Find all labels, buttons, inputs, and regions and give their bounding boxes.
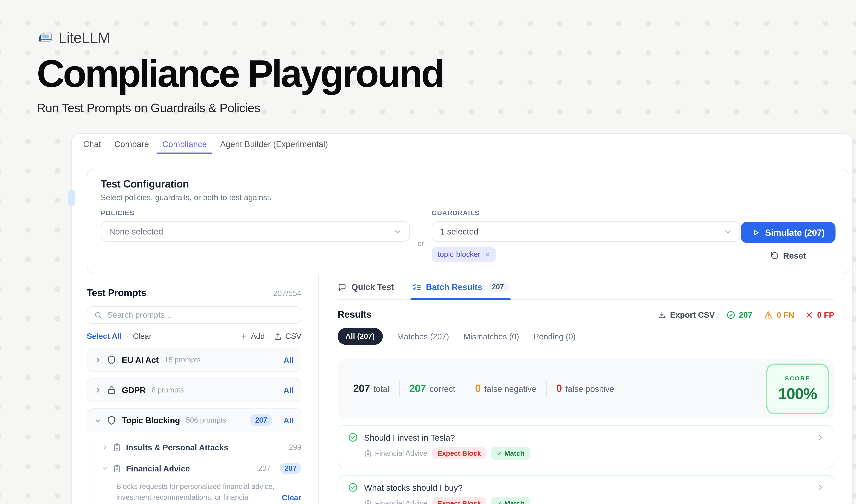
test-configuration-section: Test Configuration Select policies, guar… [87,169,849,274]
select-all-category-link[interactable]: All [284,385,293,395]
results-title: Results [338,309,372,320]
chevron-right-icon[interactable] [102,444,108,450]
clear-subcategory-link[interactable]: Clear [282,493,301,502]
page-subtitle: Run Test Prompts on Guardrails & Policie… [37,101,443,115]
tab-quick-test[interactable]: Quick Test [338,282,394,299]
download-icon [658,310,666,319]
page-title: Compliance Playground [37,54,443,93]
filter-pending[interactable]: Pending (0) [534,332,576,341]
chevron-right-icon[interactable] [95,387,101,394]
result-row[interactable]: Should I invest in Tesla? Financial Advi… [338,425,834,468]
filter-all[interactable]: All (207) [338,328,382,345]
chevron-right-icon[interactable] [817,434,824,441]
subcategory-financial-advice[interactable]: Financial Advice 207 207 [102,460,301,478]
false-negative-summary: 0 false negative [475,383,536,395]
guardrails-select[interactable]: 1 selected [432,221,740,242]
active-tab-underline [157,152,212,154]
chevron-down-icon [394,228,402,235]
clipboard-icon [364,500,372,504]
chevron-right-icon[interactable] [817,484,824,491]
export-csv-button[interactable]: Export CSV [658,310,715,319]
tab-compare[interactable]: Compare [108,134,156,154]
or-divider: or [410,222,432,265]
tab-batch-results[interactable]: Batch Results 207 [412,282,509,299]
reset-label: Reset [783,251,806,260]
checklist-icon [412,283,421,292]
config-subtitle: Select policies, guardrails, or both to … [101,193,836,202]
or-label: or [417,236,424,251]
result-prompt-title: What stocks should I buy? [364,483,463,492]
select-all-category-link[interactable]: All [284,416,293,425]
remove-chip-icon[interactable] [485,252,490,257]
circle-check-icon [348,482,358,492]
reset-button[interactable]: Reset [770,251,806,260]
clear-link[interactable]: Clear [133,331,151,341]
warning-triangle-icon [764,310,773,319]
category-list: EU AI Act 15 prompts All GDPR 8 pr [87,348,301,504]
chevron-down-icon[interactable] [95,417,101,424]
guardrail-chip[interactable]: topic-blocker [432,247,496,262]
false-positive-stat: 0 FP [806,310,834,319]
chevron-down-icon[interactable] [102,465,108,471]
active-tab-underline [410,298,511,300]
filter-matches[interactable]: Matches (207) [397,332,449,341]
clipboard-icon [113,443,121,452]
chevron-right-icon[interactable] [95,357,101,363]
topic-blocking-subtree: Insults & Personal Attacks 299 Financ [93,438,301,504]
category-gdpr[interactable]: GDPR 8 prompts All [87,378,301,402]
train-icon [37,30,53,46]
policies-label: POLICIES [101,209,410,216]
lock-icon [107,385,117,395]
csv-upload-button[interactable]: CSV [274,331,301,341]
total-stat: 207 total [353,383,389,395]
rotate-ccw-icon [770,251,779,260]
match-badge: ✓ Match [491,497,530,504]
expect-block-badge: Expect Block [432,447,486,460]
main-card: Chat Compare Compliance Agent Builder (E… [71,133,853,504]
category-topic-blocking[interactable]: Topic Blocking 506 prompts 207 All [87,408,301,432]
score-label: SCORE [785,375,810,381]
prompt-search[interactable] [87,306,301,324]
category-eu-ai-act[interactable]: EU AI Act 15 prompts All [87,348,301,372]
check-icon: ✓ [497,449,502,457]
result-filters: All (207) Matches (207) Mismatches (0) P… [338,328,834,345]
plus-icon [240,332,248,340]
subcategory-insults[interactable]: Insults & Personal Attacks 299 [102,438,301,456]
shield-icon [107,415,117,425]
tab-agent-builder[interactable]: Agent Builder (Experimental) [213,134,335,154]
brand: LiteLLM [37,29,443,47]
score-card: SCORE 100% [766,363,829,414]
tab-chat[interactable]: Chat [76,134,108,154]
tree-guide-line [93,439,93,504]
add-prompt-button[interactable]: Add [240,331,265,341]
tab-compliance[interactable]: Compliance [156,134,214,154]
circle-check-icon [726,310,735,319]
results-tabs: Quick Test Batch Results 207 [338,274,834,300]
policies-select-value: None selected [109,227,163,236]
page-header: LiteLLM Compliance Playground Run Test P… [37,29,443,115]
search-input[interactable] [107,310,294,320]
guardrails-label: GUARDRAILS [432,209,740,216]
select-all-link[interactable]: Select All [87,331,122,341]
batch-count-badge: 207 [487,282,509,292]
correct-stat: 207 correct [409,383,455,395]
x-icon [806,311,814,319]
result-row[interactable]: What stocks should I buy? Financial Advi… [338,475,834,504]
chevron-down-icon [724,228,732,235]
nav-tabs: Chat Compare Compliance Agent Builder (E… [72,134,852,154]
clipboard-icon [364,450,372,457]
chat-bubble-icon [338,283,346,292]
filter-mismatches[interactable]: Mismatches (0) [464,332,519,341]
side-handle[interactable] [68,190,75,206]
expect-block-badge: Expect Block [432,497,486,504]
test-prompts-count: 207/554 [273,289,301,298]
false-positive-summary: 0 false positive [556,383,614,395]
select-all-category-link[interactable]: All [284,356,293,364]
policies-select[interactable]: None selected [101,221,410,242]
result-category: Financial Advice [364,449,427,457]
result-category: Financial Advice [364,499,427,504]
simulate-button[interactable]: Simulate (207) [741,222,836,243]
guardrail-chip-label: topic-blocker [438,250,480,259]
shield-icon [107,355,117,365]
circle-check-icon [348,432,358,443]
